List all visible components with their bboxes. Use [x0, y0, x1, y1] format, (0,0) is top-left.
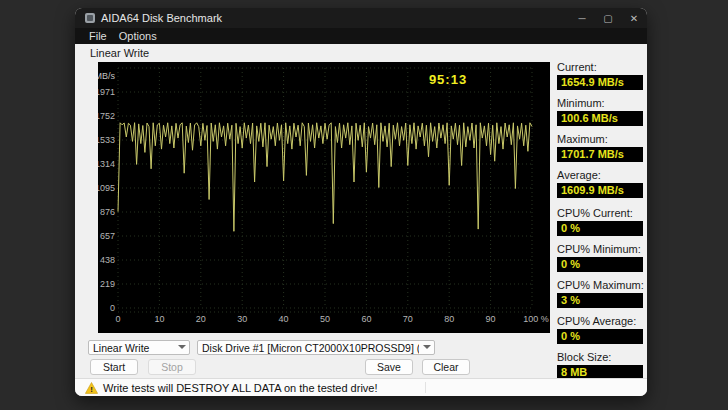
- client-area: Linear Write 021943865787610951314153317…: [75, 44, 647, 378]
- window-title: AIDA64 Disk Benchmark: [101, 12, 222, 24]
- stat-label: Block Size:: [557, 351, 643, 364]
- stat-group: Block Size:8 MB: [557, 351, 643, 380]
- elapsed-timer: 95:13: [429, 72, 467, 87]
- svg-text:219: 219: [100, 279, 115, 289]
- stat-group: Minimum:100.6 MB/s: [557, 97, 643, 126]
- app-icon: [85, 13, 95, 23]
- stat-label: CPU% Current:: [557, 207, 643, 220]
- stat-group: CPU% Current:0 %: [557, 207, 643, 236]
- menu-item-file[interactable]: File: [88, 30, 108, 42]
- chevron-down-icon: [423, 345, 430, 350]
- svg-text:0: 0: [110, 303, 115, 313]
- title-bar: AIDA64 Disk Benchmark ─ ▢ ✕: [75, 8, 647, 28]
- stat-group: Current:1654.9 MB/s: [557, 61, 643, 90]
- menu-item-options[interactable]: Options: [118, 30, 158, 42]
- warning-icon: !: [85, 382, 98, 394]
- close-icon[interactable]: ✕: [621, 8, 647, 28]
- stat-value: 0 %: [557, 257, 643, 272]
- svg-text:60: 60: [361, 314, 371, 324]
- stat-value: 0 %: [557, 221, 643, 236]
- svg-text:1533: 1533: [98, 135, 115, 145]
- stat-label: CPU% Average:: [557, 315, 643, 328]
- clear-button[interactable]: Clear: [422, 359, 470, 375]
- menu-bar: FileOptions: [75, 28, 647, 44]
- stat-group: CPU% Minimum:0 %: [557, 243, 643, 272]
- svg-text:MB/s: MB/s: [98, 71, 115, 81]
- stat-label: Minimum:: [557, 97, 643, 110]
- stat-value: 0 %: [557, 329, 643, 344]
- stat-value: 100.6 MB/s: [557, 111, 643, 126]
- caption-buttons: ─ ▢ ✕: [569, 8, 647, 28]
- minimize-icon[interactable]: ─: [569, 8, 595, 28]
- svg-text:1752: 1752: [98, 111, 115, 121]
- benchmark-chart: 021943865787610951314153317521971MB/s010…: [98, 62, 550, 333]
- svg-text:438: 438: [100, 255, 115, 265]
- test-type-dropdown[interactable]: Linear Write: [88, 340, 190, 355]
- statusbar-divider: [425, 382, 426, 393]
- svg-text:1095: 1095: [98, 183, 115, 193]
- svg-text:657: 657: [100, 231, 115, 241]
- svg-text:50: 50: [320, 314, 330, 324]
- svg-text:876: 876: [100, 207, 115, 217]
- drive-dropdown[interactable]: Disk Drive #1 [Micron CT2000X10PROSSD9] …: [197, 340, 435, 355]
- stat-label: CPU% Maximum:: [557, 279, 643, 292]
- maximize-icon[interactable]: ▢: [595, 8, 621, 28]
- svg-text:!: !: [90, 385, 93, 394]
- stat-group: Average:1609.9 MB/s: [557, 169, 643, 198]
- svg-text:1314: 1314: [98, 159, 115, 169]
- svg-text:40: 40: [279, 314, 289, 324]
- svg-text:1971: 1971: [98, 87, 115, 97]
- stat-group: CPU% Average:0 %: [557, 315, 643, 344]
- stats-panel: Current:1654.9 MB/sMinimum:100.6 MB/sMax…: [557, 61, 643, 387]
- save-button[interactable]: Save: [365, 359, 413, 375]
- drive-value: Disk Drive #1 [Micron CT2000X10PROSSD9] …: [202, 342, 419, 354]
- stat-group: CPU% Maximum:3 %: [557, 279, 643, 308]
- test-type-value: Linear Write: [93, 342, 174, 354]
- start-button[interactable]: Start: [90, 359, 138, 375]
- stat-value: 1701.7 MB/s: [557, 147, 643, 162]
- svg-text:20: 20: [196, 314, 206, 324]
- svg-text:30: 30: [237, 314, 247, 324]
- warning-text: Write tests will DESTROY ALL DATA on the…: [103, 382, 378, 394]
- stat-value: 1654.9 MB/s: [557, 75, 643, 90]
- stop-button[interactable]: Stop: [148, 359, 196, 375]
- chevron-down-icon: [178, 345, 185, 350]
- stat-label: Average:: [557, 169, 643, 182]
- svg-text:10: 10: [154, 314, 164, 324]
- stat-label: CPU% Minimum:: [557, 243, 643, 256]
- svg-text:0: 0: [115, 314, 120, 324]
- svg-text:100 %: 100 %: [523, 314, 549, 324]
- stat-label: Current:: [557, 61, 643, 74]
- stat-group: Maximum:1701.7 MB/s: [557, 133, 643, 162]
- svg-text:80: 80: [444, 314, 454, 324]
- stat-value: 1609.9 MB/s: [557, 183, 643, 198]
- test-group-label: Linear Write: [90, 47, 149, 59]
- svg-text:70: 70: [403, 314, 413, 324]
- status-bar: ! Write tests will DESTROY ALL DATA on t…: [75, 378, 647, 396]
- svg-text:90: 90: [486, 314, 496, 324]
- stat-value: 3 %: [557, 293, 643, 308]
- stat-label: Maximum:: [557, 133, 643, 146]
- app-window: AIDA64 Disk Benchmark ─ ▢ ✕ FileOptions …: [75, 8, 647, 396]
